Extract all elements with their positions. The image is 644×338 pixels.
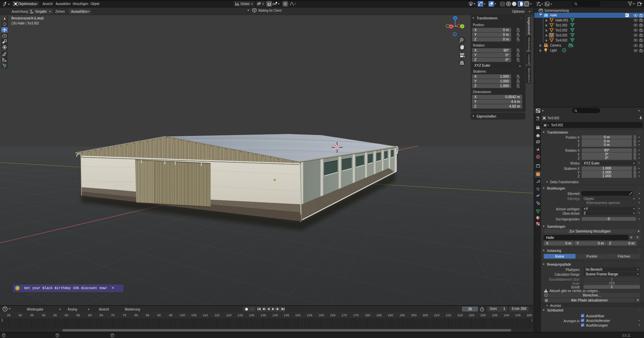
svg-text:125: 125: [237, 313, 243, 317]
svg-text:❯: ❯: [1, 319, 3, 322]
svg-text:80: 80: [135, 313, 138, 317]
svg-text:90: 90: [157, 313, 161, 317]
svg-text:Y: Y: [461, 25, 463, 28]
svg-text:❬: ❬: [531, 319, 533, 322]
svg-text:35: 35: [30, 313, 34, 317]
svg-text:195: 195: [399, 313, 405, 317]
svg-text:110: 110: [203, 313, 208, 317]
svg-text:40: 40: [42, 313, 46, 317]
svg-text:55: 55: [76, 313, 80, 317]
svg-text:85: 85: [146, 313, 150, 317]
svg-text:30: 30: [18, 313, 22, 317]
svg-text:170: 170: [341, 313, 347, 317]
svg-text:235: 235: [492, 313, 497, 317]
svg-text:245: 245: [515, 313, 521, 317]
svg-text:215: 215: [446, 313, 451, 317]
svg-text:45: 45: [53, 313, 57, 317]
svg-text:180: 180: [365, 313, 370, 317]
svg-text:205: 205: [423, 313, 428, 317]
svg-text:115: 115: [214, 313, 219, 317]
svg-text:150: 150: [295, 313, 301, 317]
svg-text:75: 75: [123, 313, 126, 317]
svg-text:240: 240: [504, 313, 509, 317]
svg-text:155: 155: [307, 313, 312, 317]
svg-text:130: 130: [249, 313, 254, 317]
svg-text:25: 25: [7, 313, 11, 317]
svg-text:Z: Z: [454, 17, 456, 20]
svg-text:95: 95: [169, 313, 173, 317]
svg-text:X: X: [450, 25, 452, 28]
svg-text:160: 160: [319, 313, 324, 317]
svg-text:230: 230: [480, 313, 486, 317]
svg-text:165: 165: [330, 313, 335, 317]
svg-text:210: 210: [434, 313, 439, 317]
svg-text:70: 70: [111, 313, 115, 317]
svg-text:105: 105: [191, 313, 197, 317]
svg-text:200: 200: [411, 313, 417, 317]
svg-text:185: 185: [376, 313, 382, 317]
svg-text:100: 100: [180, 313, 185, 317]
svg-text:175: 175: [353, 313, 359, 317]
svg-text:120: 120: [226, 313, 231, 317]
svg-text:250: 250: [527, 313, 532, 317]
svg-text:140: 140: [272, 313, 278, 317]
svg-text:60: 60: [88, 313, 92, 317]
svg-text:220: 220: [458, 313, 463, 317]
svg-text:225: 225: [469, 313, 474, 317]
svg-text:145: 145: [284, 313, 289, 317]
svg-text:50: 50: [65, 313, 68, 317]
svg-text:135: 135: [261, 313, 266, 317]
svg-text:65: 65: [100, 313, 103, 317]
svg-text:190: 190: [388, 313, 393, 317]
